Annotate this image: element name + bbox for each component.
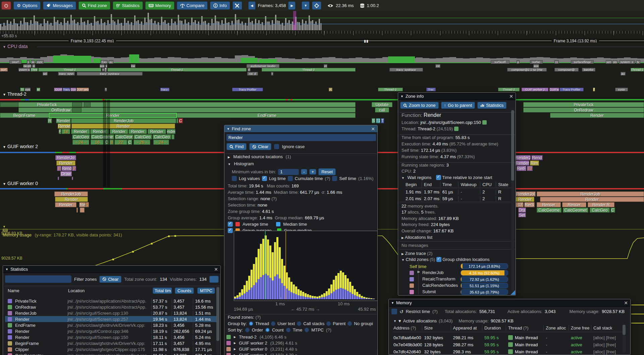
zone[interactable]: CalcGeo [153, 134, 171, 139]
filter-zones-input[interactable] [5, 275, 71, 283]
zone[interactable]: Render [148, 129, 166, 134]
child-zone-row[interactable]: Submit 35.63 µs (0.79%) [398, 289, 516, 295]
memory-window[interactable]: ▼ Memory ✕ ↺ Restrict time (?) Total all… [388, 299, 631, 355]
zone[interactable] [76, 208, 78, 213]
zone[interactable]: RenderJob [54, 191, 88, 196]
sort-mtpc-radio[interactable] [305, 328, 309, 332]
zone[interactable]: Rende [58, 124, 71, 129]
statistics-scrollbar[interactable] [216, 286, 219, 355]
zone[interactable]: se [31, 60, 35, 64]
zone[interactable]: rot [435, 64, 440, 68]
zone[interactable]: au [109, 60, 113, 64]
zone[interactable]: syste [615, 88, 628, 91]
zone[interactable]: I [593, 88, 595, 91]
zone[interactable]: ro [554, 60, 559, 64]
zone[interactable]: surfaceflinge [571, 60, 594, 64]
zoom-to-zone-button[interactable]: Zoom to zone [400, 102, 439, 109]
zone[interactable]: RenderJo [55, 155, 76, 160]
zone[interactable]: Rencer [562, 202, 586, 207]
zone[interactable]: composer@2.1-se (Hw [507, 68, 547, 72]
allocation-row[interactable]: 0x7dfc42d640 32 bytes 298.3 ms 59.95 s M… [393, 348, 625, 355]
zone[interactable]: Update [372, 102, 392, 107]
zone[interactable]: Tracy Profiler [232, 88, 263, 91]
zone[interactable]: rot_d [247, 72, 258, 76]
zone-info-window[interactable]: ▼ Zone info ✕ Zoom to zone ↑Go to parent… [398, 92, 516, 296]
matched-source-locations[interactable]: ▶ Matched source locations (1) [228, 154, 291, 159]
zone[interactable]: Render [56, 118, 71, 123]
zone[interactable]: s [27, 60, 30, 64]
zone[interactable]: ~ [271, 72, 273, 76]
child-zone-row[interactable]: CalcRenderNodes 51.51 µs (1.15%) [398, 283, 516, 289]
zone[interactable]: Render F [167, 129, 175, 134]
memory-titlebar[interactable]: ▼ Memory ✕ [389, 299, 630, 307]
zone-group-row[interactable]: ▶ Thread-2 (4,105) 6.46 s [226, 334, 376, 340]
zone[interactable]: aux [100, 64, 105, 68]
table-row[interactable]: RenderJob jni/../jni/src/guif/Screen.cpp… [5, 310, 218, 316]
col-call-stack[interactable]: Call stack [591, 325, 625, 330]
thread2-header[interactable]: ▼Thread-2 [3, 91, 26, 97]
zone[interactable]: m [102, 68, 104, 72]
zone[interactable]: Render [110, 129, 128, 134]
zone[interactable]: cGUIF [54, 88, 62, 91]
zone[interactable]: CalcGeome [537, 208, 561, 213]
zone[interactable]: T1 [376, 118, 380, 123]
zone[interactable]: si [32, 64, 35, 68]
zone[interactable]: OnRedraw [523, 107, 644, 113]
cpu-data-header[interactable]: ▼CPU data [3, 44, 28, 49]
zone[interactable]: Rend [62, 166, 72, 171]
table-row[interactable]: Render jni/../jni/src/guif/Screen.cpp:15… [5, 334, 218, 340]
close-icon[interactable]: ✕ [624, 300, 628, 306]
zone[interactable]: Tracy Profiler [559, 88, 584, 91]
zone[interactable]: T [381, 118, 384, 123]
group-callstacks-radio[interactable] [297, 321, 301, 326]
zone[interactable]: 19 [527, 166, 533, 171]
zone-info-titlebar[interactable]: ▼ Zone info ✕ [398, 93, 516, 100]
frame-row[interactable]: Frame 3,193 (22.45 ms) ▮▮ Frame 3,194 (1… [0, 39, 644, 43]
zone[interactable]: RenderJob [71, 118, 176, 123]
clear-filter-button[interactable]: Clear [99, 276, 121, 283]
ignore-case-checkbox[interactable] [274, 144, 279, 149]
zone[interactable]: M [37, 88, 40, 91]
sort-count-radio[interactable] [265, 328, 270, 332]
guif-worker2-header[interactable]: ▼GUIF worker 2 [3, 144, 38, 149]
zone[interactable]: Render R [588, 202, 614, 207]
zone[interactable]: Thre [31, 68, 38, 72]
zone[interactable]: audioserver /audio [247, 64, 279, 68]
next-frame-button[interactable]: ▶ [288, 1, 296, 10]
histogram-section[interactable]: ▼ Histogram [228, 161, 254, 166]
zone[interactable]: composer@ [554, 68, 579, 72]
col-total-time-sort[interactable]: Total tim [153, 287, 172, 294]
zone[interactable]: aux [533, 64, 539, 68]
zone[interactable]: Re [79, 202, 86, 207]
table-row[interactable]: Render jni/../jni/src/guif/Screen.cpp:25… [5, 316, 218, 322]
tools-button[interactable] [232, 1, 242, 10]
col-mtpc-sort[interactable]: MTPC [197, 287, 215, 294]
zone[interactable]: RerS [524, 202, 535, 207]
zone[interactable]: C [178, 118, 183, 123]
zone[interactable] [58, 177, 59, 180]
table-row[interactable]: EndFrame jni/../jni/src/claw/gfx/drv/vk/… [5, 322, 218, 328]
col-thread[interactable]: Thread (?) [506, 325, 543, 330]
zone[interactable]: call [375, 107, 389, 113]
col-counts-sort[interactable]: Counts [175, 287, 194, 294]
zone[interactable]: f(au [101, 60, 108, 64]
zone[interactable]: EndFrame [252, 113, 282, 118]
zone-group-row[interactable]: ▶ GUIF worker 1 (3,192) 4.39 s [226, 352, 376, 355]
guif-worker0-header[interactable]: ▼GUIF worker 0 [3, 181, 38, 186]
sort-time-radio[interactable] [286, 328, 290, 332]
group-avg-checkbox[interactable] [228, 228, 233, 233]
zone[interactable]: CalcGeome [91, 134, 114, 139]
zone[interactable]: ssurf [9, 60, 21, 64]
zone[interactable]: tracy_systrace [389, 68, 423, 72]
zone[interactable]: tv [636, 60, 640, 64]
table-row[interactable]: Render jni/../jni/src/guif/Control.cpp:3… [5, 328, 218, 334]
zone[interactable]: ^ [105, 88, 107, 91]
zone[interactable]: A [329, 88, 332, 91]
zone[interactable]: GUIF worker 2 [522, 88, 548, 91]
compare-button[interactable]: Compare [177, 1, 208, 10]
zone[interactable]: Rencer [537, 202, 561, 207]
zone[interactable]: kw [131, 64, 136, 68]
resize-handle[interactable] [511, 290, 515, 295]
prev-frame-button[interactable]: ◀ [248, 1, 256, 10]
zone[interactable]: Thread-2 [498, 88, 520, 91]
